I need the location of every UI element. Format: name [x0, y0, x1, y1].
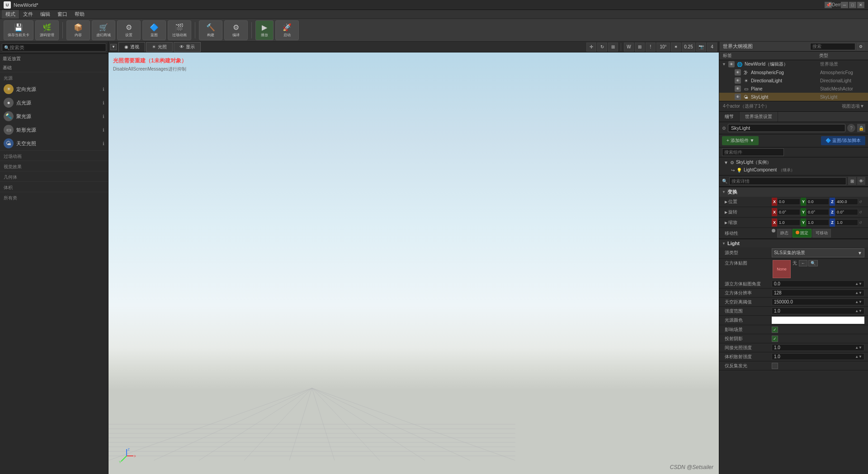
- coord-world-btn[interactable]: W: [624, 43, 634, 52]
- light-color-swatch[interactable]: [772, 317, 864, 324]
- scale-reset-btn[interactable]: ↺: [859, 221, 864, 225]
- outliner-view-options[interactable]: 视图选项▼: [842, 103, 864, 109]
- menu-edit[interactable]: 编辑: [37, 10, 54, 19]
- sky-info-btn[interactable]: ℹ: [103, 141, 104, 146]
- search-input[interactable]: [9, 45, 104, 50]
- search-box[interactable]: 🔍: [2, 43, 106, 52]
- camera-speed-btn[interactable]: 📷: [696, 43, 706, 52]
- menu-help[interactable]: 帮助: [71, 10, 88, 19]
- cubemap-left-btn[interactable]: ←: [799, 260, 807, 266]
- position-x-input[interactable]: [777, 199, 800, 205]
- rotation-x-input[interactable]: [777, 209, 800, 215]
- cubemap-res-field[interactable]: 128 ▲▼: [772, 289, 864, 296]
- light-item-point[interactable]: ● 点光源 ℹ: [0, 96, 108, 109]
- play-btn[interactable]: ▶ 播放: [255, 20, 274, 40]
- skylight-vis-icon[interactable]: 👁: [735, 94, 741, 100]
- cinematics-btn[interactable]: 🎬 过场动画: [168, 20, 191, 40]
- mobility-movable-btn[interactable]: 可移动: [812, 229, 831, 237]
- outliner-item-world[interactable]: ▼ 👁 🌐 NewWorld（编辑器） 世界场景: [719, 60, 868, 68]
- scale-y-input[interactable]: [806, 219, 829, 226]
- outliner-item-fog[interactable]: 👁 🌫 AtmosphericFog AtmosphericFog: [719, 68, 868, 76]
- cast-shadow-checkbox[interactable]: ✓: [772, 336, 778, 342]
- add-component-btn[interactable]: + 添加组件 ▼: [722, 136, 759, 145]
- light-section-header[interactable]: ▼ Light: [719, 239, 868, 247]
- component-name-input[interactable]: [728, 124, 845, 132]
- volumetric-field[interactable]: 1.0 ▲▼: [772, 353, 864, 360]
- viewport-dropdown-btn[interactable]: ▼: [110, 44, 117, 50]
- mobility-fixed-btn[interactable]: 固定: [793, 229, 811, 237]
- light-item-rect[interactable]: ▭ 矩形光源 ℹ: [0, 123, 108, 137]
- outliner-filter-btn[interactable]: ⚙: [857, 43, 864, 50]
- prop-view-btn[interactable]: ⊞: [848, 177, 856, 185]
- rotation-reset-btn[interactable]: ↺: [859, 210, 864, 214]
- save-current-level-btn[interactable]: 💾 保存当前关卡: [4, 20, 33, 40]
- transform-section-header[interactable]: ▼ 变换: [719, 187, 868, 197]
- source-control-btn[interactable]: 🌿 源码管理: [35, 20, 59, 40]
- close-btn[interactable]: ✕: [857, 2, 864, 8]
- compile-btn[interactable]: ⚙ 编译: [224, 20, 248, 40]
- cast-deep-checkbox[interactable]: [772, 363, 778, 369]
- prop-eye-btn[interactable]: 👁: [857, 177, 865, 185]
- rect-info-btn[interactable]: ℹ: [103, 128, 104, 133]
- world-vis-icon[interactable]: 👁: [728, 61, 735, 67]
- light-item-directional[interactable]: ☀ 定向光源 ℹ: [0, 82, 108, 96]
- build-btn[interactable]: 🔨 构建: [199, 20, 222, 40]
- maximize-btn[interactable]: □: [849, 2, 856, 8]
- minimize-btn[interactable]: ─: [841, 2, 848, 8]
- affect-world-checkbox[interactable]: ✓: [772, 327, 778, 333]
- rotate-tool-btn[interactable]: ↻: [597, 43, 607, 52]
- comp-item-lightcomp[interactable]: ↪ 💡 LightComponent（继承）: [722, 166, 865, 174]
- sky-distance-field[interactable]: 150000.0 ▲▼: [772, 299, 864, 305]
- camera-speed-val[interactable]: 4: [707, 43, 717, 52]
- fog-vis-icon[interactable]: 👁: [735, 69, 741, 76]
- point-info-btn[interactable]: ℹ: [103, 100, 104, 105]
- rotation-z-input[interactable]: [835, 209, 858, 215]
- dirlight-vis-icon[interactable]: 👁: [735, 77, 741, 84]
- src-cubemap-angle-field[interactable]: 0.0 ▲▼: [772, 280, 864, 287]
- intensity-field[interactable]: 1.0 ▲▼: [772, 308, 864, 314]
- position-y-input[interactable]: [806, 199, 829, 205]
- settings-btn[interactable]: ⚙ 设置: [117, 20, 141, 40]
- menu-window[interactable]: 窗口: [54, 10, 71, 19]
- outliner-search-input[interactable]: [810, 43, 855, 50]
- source-type-dropdown[interactable]: SLS采集的场景 ▼: [772, 248, 864, 257]
- content-btn[interactable]: 📦 内容: [66, 20, 90, 40]
- light-item-sky[interactable]: 🌤 天空光照 ℹ: [0, 137, 108, 150]
- position-reset-btn[interactable]: ↺: [859, 200, 864, 204]
- prop-search-input[interactable]: [729, 177, 846, 185]
- move-tool-btn[interactable]: ✛: [586, 43, 596, 52]
- details-tab-details[interactable]: 细节: [719, 112, 740, 122]
- outliner-item-plane[interactable]: 👁 ▭ Plane StaticMeshActor: [719, 85, 868, 93]
- cubemap-search-btn[interactable]: 🔍: [808, 260, 818, 266]
- help-btn[interactable]: ?: [847, 124, 855, 132]
- scale-x-input[interactable]: [777, 219, 800, 226]
- blueprint-btn[interactable]: 🔷 蓝图/添加脚本: [821, 136, 865, 145]
- marketplace-btn[interactable]: 🛒 虚幻商城: [92, 20, 115, 40]
- rotation-y-input[interactable]: [806, 209, 829, 215]
- grid-size-2-btn[interactable]: ✶: [671, 43, 681, 52]
- light-item-spot[interactable]: 🔦 聚光源 ℹ: [0, 109, 108, 123]
- directional-info-btn[interactable]: ℹ: [103, 87, 104, 92]
- comp-item-skylight-instance[interactable]: ▼ ⚙ SkyLight（实例）: [722, 158, 865, 166]
- lock-btn[interactable]: 🔒: [857, 124, 865, 132]
- comp-search-input[interactable]: [722, 148, 784, 156]
- position-z-input[interactable]: [835, 199, 858, 205]
- plane-vis-icon[interactable]: 👁: [735, 85, 741, 92]
- indirect-intensity-field[interactable]: 1.0 ▲▼: [772, 344, 864, 351]
- viewport-tab-show[interactable]: 👁 显示: [174, 42, 201, 52]
- outliner-item-skylight[interactable]: 👁 🌤 SkyLight SkyLight: [719, 93, 868, 101]
- mobility-static-btn[interactable]: 静态: [777, 229, 792, 237]
- launch-btn[interactable]: 🚀 启动: [275, 20, 299, 40]
- blueprints-btn[interactable]: 🔷 蓝图: [142, 20, 166, 40]
- outliner-item-dirlight[interactable]: 👁 ☀ DirectionalLight DirectionalLight: [719, 76, 868, 85]
- details-tab-world[interactable]: 世界场景设置: [740, 112, 778, 122]
- spot-info-btn[interactable]: ℹ: [103, 114, 104, 119]
- scale-snap-btn[interactable]: 0.25: [682, 43, 695, 52]
- viewport-tab-perspective[interactable]: ◉ 透视: [118, 42, 145, 52]
- grid-snap-btn[interactable]: ⊞: [635, 43, 645, 52]
- viewport-tab-lighting[interactable]: ☀ 光照: [146, 42, 173, 52]
- scale-tool-btn[interactable]: ⊞: [608, 43, 618, 52]
- grid-size-btn[interactable]: 10°: [656, 43, 670, 52]
- mode-selector[interactable]: 模式: [2, 10, 19, 19]
- menu-file[interactable]: 文件: [19, 10, 37, 19]
